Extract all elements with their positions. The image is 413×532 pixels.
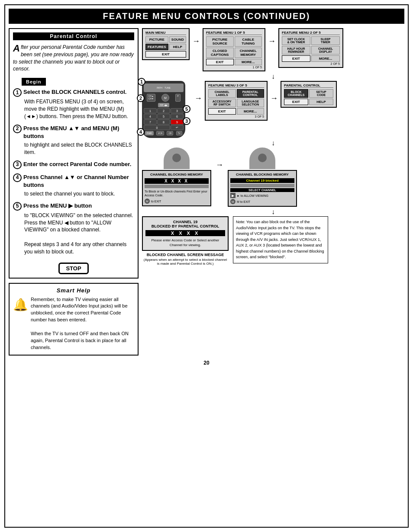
feature-menu-2-title: FEATURE MENU 2 OF 5 (282, 31, 340, 35)
fm1-cable-tuning: CABLETUNING (235, 36, 262, 47)
main-menu-screen: MAIN MENU PICTURE SOUND FEATURES HELP EX… (142, 28, 190, 60)
channel-blocking-area-1: CHANNEL BLOCKING MEMORY X X X X To Block… (142, 147, 211, 206)
m-exit-text-2: M to EXIT (237, 200, 250, 203)
step-3: 3 Enter the correct Parental Code number… (13, 160, 134, 169)
step-annot-3: 3 (183, 117, 190, 125)
step-5-body: to "BLOCK VIEWING" on the selected chann… (24, 212, 134, 256)
step-annot-2: 2 (137, 94, 145, 102)
smart-help-text-1: Remember, to make TV viewing easier all … (31, 297, 128, 323)
num-5: 5 (157, 114, 170, 119)
m-btn-1: M (145, 199, 150, 204)
blocking-screen-1-note: To Block or Un-Block channels First Ente… (145, 189, 209, 197)
smart-help-content: 🔔 Remember, to make TV viewing easier al… (13, 296, 134, 352)
remote-pip: PIP ◀▶ (158, 103, 169, 107)
fm2-exit: EXIT (282, 55, 310, 62)
step-2-body: to highlight and select the BLOCK CHANNE… (24, 141, 134, 156)
smart-help-text: Remember, to make TV viewing easier all … (31, 296, 134, 352)
note-box: Note: You can also block out the use of … (233, 216, 328, 263)
feature-menu-1-items: PICTURESOURCE CABLETUNING CLOSEDCAPTIONS… (206, 36, 262, 58)
intro-big-a: A (13, 44, 20, 53)
blocking-screen-1-title: CHANNEL BLOCKING MEMORY (145, 173, 209, 176)
fm1-page: 1 OF 5 (206, 66, 262, 69)
blocked-channel-final: CHANNEL 19BLOCKED BY PARENTAL CONTROL X … (142, 216, 229, 251)
flow-arrow-down-2: ↓ (142, 140, 404, 147)
remote-top-buttons: CH▲CH▼ M IT (144, 94, 184, 102)
fm2-page: 2 OF 5 (282, 62, 340, 65)
page-title: Feature Menu Controls (Continued) (13, 11, 400, 21)
menu-item-help: HELP (169, 44, 186, 50)
remote-vcr: VCR (156, 131, 165, 135)
step-5-header: Press the MENU ▶ button (23, 202, 92, 210)
remote-numpad: 1 2 3 4 5 6 7 8 9 0 ↵ (144, 108, 184, 130)
main-menu-title: MAIN MENU (145, 31, 186, 35)
fm1-more: MORE... (235, 59, 262, 65)
channel-blocked-highlight: Channel 19 blocked (230, 178, 294, 183)
select-channel-btn: SELECT CHANNEL (230, 188, 294, 192)
m-exit-2: M M to EXIT (230, 199, 294, 204)
num-enter: ↵ (171, 125, 184, 130)
right-column: MAIN MENU PICTURE SOUND FEATURES HELP EX… (142, 28, 404, 356)
num-3: 3 (171, 108, 184, 113)
remote-screen: PATH TUNE (144, 83, 184, 92)
flow-arrow-down-1: ↓ (142, 73, 404, 80)
parental-control-title: Parental Control (13, 32, 134, 40)
fm3-exit: EXIT (208, 108, 236, 115)
page-number: 20 (9, 360, 404, 366)
pcm-block-channels: BLOCKCHANNELS (284, 89, 308, 98)
feature-menu-3: FEATURE MENU 3 OF 5 CHANNELLABELS PARENT… (205, 81, 268, 121)
fm2-sleep-timer: SLEEPTIMER (311, 36, 340, 45)
m-exit-text-1: to EXIT (151, 200, 161, 203)
step-annot-5: 5 (183, 105, 190, 113)
arrow-right-2: → (268, 37, 276, 46)
arrow-right-5: → (216, 160, 223, 170)
menu-item-features: FEATURES (145, 44, 168, 50)
fm3-channel-labels: CHANNELLABELS (208, 89, 236, 98)
intro-body: fter your personal Parental Code number … (13, 44, 134, 72)
step-2-circle: 2 (13, 125, 22, 133)
help-icon: 🔔 (13, 296, 28, 352)
remote-tv: TV (176, 131, 182, 135)
m-btn-2: M (230, 199, 236, 204)
step-2-header: Press the MENU ▲▼ and MENU (M) buttons (23, 125, 134, 140)
pcm-help: HELP (309, 99, 333, 105)
step-4-body: to select the channel you want to block. (24, 190, 134, 198)
remote-power: PWR (145, 131, 154, 135)
remote-area: PATH TUNE CH▲CH▼ M IT PIP ◀▶ (142, 81, 192, 138)
remote-btn-m: M (161, 94, 169, 102)
fm3-page: 3 OF 5 (208, 115, 264, 118)
pcm-setup-code: SETUPCODE (309, 89, 333, 98)
allow-btn: ▶ (230, 193, 236, 198)
num-2: 2 (157, 108, 170, 113)
m-exit-1: M to EXIT (145, 199, 209, 204)
feature-menu-2-items: SET CLOCK& ON TIMER SLEEPTIMER HALF HOUR… (282, 36, 340, 54)
step-3-header: Enter the correct Parental Code number. (23, 160, 131, 168)
blocking-screen-2-title: CHANNEL BLOCKING MEMORY (230, 173, 294, 176)
fm1-closed-captions: CLOSEDCAPTIONS (206, 48, 234, 58)
parental-control-menu-title: PARENTAL CONTROL (284, 83, 333, 88)
num-0: 0 (144, 125, 170, 130)
remote-control: PATH TUNE CH▲CH▼ M IT PIP ◀▶ (142, 81, 185, 138)
step-4-circle: 4 (13, 173, 22, 182)
step-1: 1 Select the BLOCK CHANNELS control. Wit… (13, 88, 134, 120)
arrow-right-4: → (270, 94, 278, 103)
fm2-more: MORE... (311, 55, 340, 62)
num-9: 9 (171, 119, 184, 125)
num-6: 6 (171, 114, 184, 119)
remote-btn-1: CH▲CH▼ (147, 94, 155, 102)
blocked-final-area: CHANNEL 19BLOCKED BY PARENTAL CONTROL X … (142, 216, 229, 266)
step-1-body: With FEATURES MENU (3 of 4) on screen, m… (24, 98, 134, 120)
main-menu-items: PICTURE SOUND FEATURES HELP (145, 36, 186, 50)
fm1-channel-memory: CHANNELMEMORY (235, 48, 262, 58)
fm1-exit: EXIT (206, 59, 234, 65)
channel-blocking-screen-1: CHANNEL BLOCKING MEMORY X X X X To Block… (142, 170, 211, 206)
remote-cb: CB (167, 131, 173, 135)
fm2-channel-display: CHANNELDISPLAY (311, 46, 340, 54)
num-7: 7 (144, 119, 157, 125)
step-5: 5 Press the MENU ▶ button to "BLOCK VIEW… (13, 202, 134, 256)
page-header: Feature Menu Controls (Continued) (9, 9, 404, 24)
remote-bottom-btns: PWR VCR CB TV (144, 131, 184, 135)
person-silhouette-1 (164, 147, 190, 169)
intro-text: A fter your personal Parental Code numbe… (13, 44, 134, 73)
feature-menu-3-items: CHANNELLABELS PARENTALCONTROL ACCESSORYR… (208, 89, 264, 107)
menu-item-exit: EXIT (145, 51, 186, 58)
